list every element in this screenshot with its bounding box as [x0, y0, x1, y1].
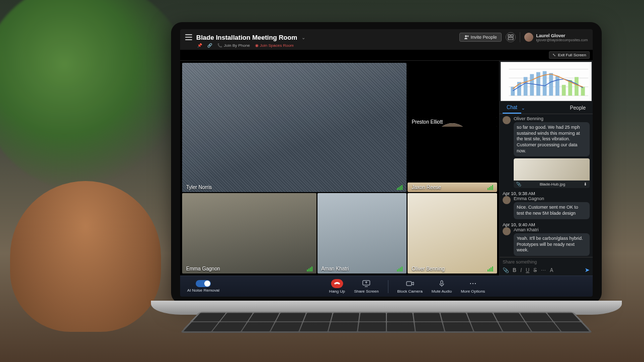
- ai-noise-removal-toggle[interactable]: AI Noise Removal: [187, 280, 219, 293]
- attachment[interactable]: 📎 Blade-Hub.jpg ⬇: [514, 158, 590, 188]
- app-header: Blade Installation Meeting Room ⌄ Invite…: [180, 29, 593, 43]
- chevron-down-icon[interactable]: ⌄: [301, 35, 305, 40]
- message-timestamp: Apr 10, 9:40 AM: [503, 222, 590, 227]
- participant-name: Preston Elliott: [412, 119, 443, 125]
- message-text: Yeah. It'll be carbon/glass hybrid. Prot…: [514, 233, 590, 256]
- video-tile[interactable]: Aman Khatri: [317, 193, 407, 274]
- message-timestamp: Apr 10, 9:38 AM: [503, 191, 590, 196]
- layout-icon[interactable]: [506, 32, 516, 42]
- message-text: so far so good. We had 25 mph sustained …: [514, 122, 590, 156]
- pin-icon[interactable]: 📌: [197, 43, 202, 48]
- collapse-icon: ⤡: [552, 53, 556, 57]
- tab-chat[interactable]: Chat: [503, 102, 521, 114]
- signal-icon: [307, 266, 312, 272]
- avatar: [503, 196, 511, 204]
- video-tile[interactable]: Preston Elliott: [408, 117, 497, 127]
- svg-rect-16: [562, 85, 566, 96]
- join-by-phone[interactable]: 📞 Join By Phone: [217, 43, 250, 48]
- participant-name: Aman Khatri: [321, 266, 349, 272]
- svg-rect-14: [549, 73, 553, 96]
- attachment-name: Blade-Hub.jpg: [540, 182, 566, 187]
- share-screen-button[interactable]: Share Screen: [354, 279, 379, 294]
- current-user[interactable]: Laurel Glover lglover@baysidecomposites.…: [524, 33, 588, 42]
- svg-rect-19: [581, 87, 585, 96]
- svg-rect-1: [508, 35, 510, 37]
- video-tile[interactable]: Oliver Benning: [408, 193, 497, 274]
- avatar: [503, 227, 511, 235]
- svg-rect-10: [524, 77, 528, 96]
- invite-people-button[interactable]: Invite People: [459, 33, 502, 42]
- menu-icon[interactable]: [185, 34, 192, 40]
- more-format-icon[interactable]: ⋯: [541, 267, 546, 273]
- video-tile[interactable]: Emma Gagnon: [182, 193, 316, 274]
- paperclip-icon: 📎: [516, 182, 521, 187]
- svg-rect-12: [536, 72, 540, 96]
- phone-down-icon: [331, 279, 343, 288]
- link-icon[interactable]: 🔗: [207, 43, 212, 48]
- signal-icon: [397, 185, 403, 190]
- user-name: Laurel Glover: [536, 33, 588, 38]
- block-camera-button[interactable]: Block Camera: [397, 279, 423, 294]
- participant-name: Jaxon Reese: [412, 185, 441, 190]
- hang-up-button[interactable]: Hang Up: [329, 279, 345, 294]
- tab-people[interactable]: People: [566, 103, 590, 113]
- more-options-button[interactable]: ⋯ More Options: [461, 279, 485, 294]
- svg-rect-22: [407, 282, 412, 286]
- join-spaces-room[interactable]: ◉ Join Spaces Room: [255, 43, 294, 48]
- exit-fullscreen-button[interactable]: ⤡ Exit Full Screen: [549, 51, 590, 59]
- bold-icon[interactable]: B: [513, 267, 516, 273]
- video-grid: Tyler Norris Preston Elliott Jaxon Reese: [180, 61, 499, 276]
- message-author: Aman Khatri: [514, 227, 590, 232]
- participant-name: Emma Gagnon: [186, 266, 220, 272]
- participant-name: Oliver Benning: [412, 266, 445, 272]
- sub-header: 📌 🔗 📞 Join By Phone ◉ Join Spaces Room: [180, 43, 593, 50]
- compose-area: Share something 📎 B I U S ⋯ A ➤: [500, 257, 593, 276]
- chat-message: Aman Khatri Yeah. It'll be carbon/glass …: [503, 227, 590, 256]
- svg-rect-23: [441, 281, 443, 284]
- compose-input[interactable]: Share something: [503, 259, 590, 264]
- svg-rect-15: [555, 76, 559, 96]
- avatar: [524, 33, 533, 42]
- chat-message: Emma Gagnon Nice. Customer sent me OK to…: [503, 196, 590, 219]
- mute-audio-button[interactable]: Mute Audio: [432, 279, 452, 294]
- svg-rect-2: [511, 35, 513, 37]
- send-icon[interactable]: ➤: [585, 266, 590, 274]
- underline-icon[interactable]: U: [526, 267, 529, 273]
- chat-message: Oliver Benning so far so good. We had 25…: [503, 116, 590, 188]
- app-window: Blade Installation Meeting Room ⌄ Invite…: [180, 29, 593, 297]
- room-title: Blade Installation Meeting Room: [196, 34, 297, 41]
- signal-icon: [488, 185, 493, 190]
- svg-rect-18: [575, 77, 579, 96]
- signal-icon: [397, 266, 403, 272]
- screen-share-icon: [362, 279, 371, 288]
- signal-icon: [488, 266, 493, 272]
- video-tile[interactable]: Tyler Norris: [182, 63, 407, 192]
- message-author: Emma Gagnon: [514, 196, 590, 201]
- video-tile[interactable]: Jaxon Reese: [408, 183, 497, 192]
- text-style-icon[interactable]: A: [550, 267, 553, 273]
- more-icon: ⋯: [468, 279, 477, 288]
- download-icon[interactable]: ⬇: [584, 182, 587, 187]
- user-email: lglover@baysidecomposites.com: [536, 38, 588, 42]
- italic-icon[interactable]: I: [520, 267, 522, 273]
- shared-chart[interactable]: [501, 62, 592, 101]
- message-author: Oliver Benning: [514, 116, 590, 121]
- camera-icon: [406, 279, 415, 288]
- chevron-down-icon[interactable]: ⌄: [521, 106, 525, 111]
- svg-rect-3: [508, 38, 513, 40]
- chat-scroll[interactable]: Oliver Benning so far so good. We had 25…: [500, 114, 593, 257]
- person-add-icon: [464, 35, 469, 40]
- attach-icon[interactable]: 📎: [503, 267, 509, 273]
- call-toolbar: AI Noise Removal Hang Up Share Screen: [180, 276, 593, 297]
- side-panel: Chat ⌄ People Oliver Benning so far so g…: [499, 61, 593, 276]
- panel-tabs: Chat ⌄ People: [500, 102, 593, 114]
- participant-name: Tyler Norris: [186, 185, 212, 190]
- svg-point-0: [465, 35, 467, 37]
- svg-rect-11: [530, 74, 534, 96]
- strike-icon[interactable]: S: [533, 267, 537, 273]
- message-text: Nice. Customer sent me OK to test the ne…: [514, 202, 590, 219]
- avatar: [503, 116, 511, 124]
- mic-icon: [437, 279, 446, 288]
